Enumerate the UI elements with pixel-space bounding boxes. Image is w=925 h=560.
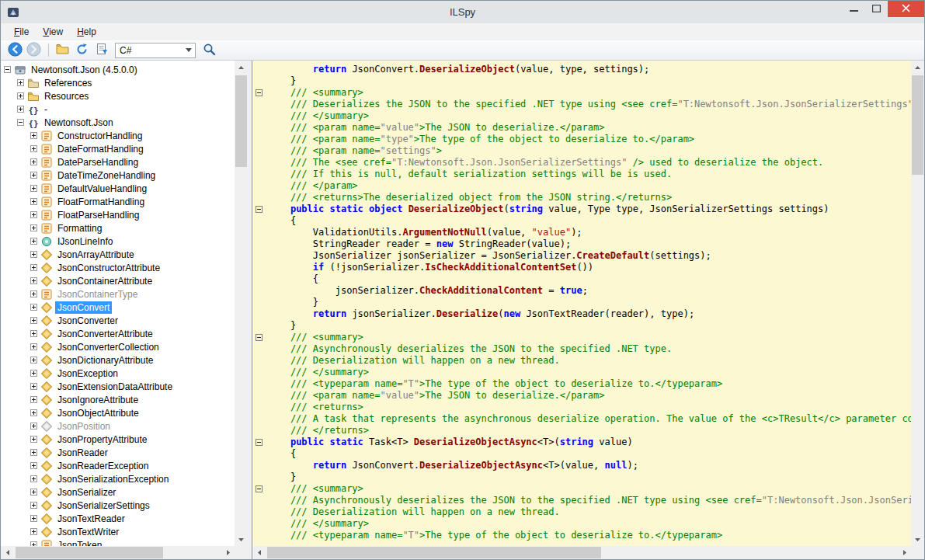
code-horizontal-scrollbar[interactable]: [252, 546, 911, 559]
expand-icon[interactable]: [30, 145, 37, 152]
scroll-left-icon[interactable]: [252, 546, 266, 559]
tree-item-resources[interactable]: Resources: [1, 89, 235, 103]
expand-icon[interactable]: [30, 317, 37, 324]
tree-item-references[interactable]: References: [1, 76, 235, 89]
tree-item-floatformathandling[interactable]: FloatFormatHandling: [1, 195, 235, 208]
expand-icon[interactable]: [30, 409, 37, 416]
tree-item-floatparsehandling[interactable]: FloatParseHandling: [1, 208, 235, 221]
minimize-button[interactable]: [843, 1, 865, 17]
refresh-button[interactable]: [72, 42, 92, 59]
tree-item-jsonconverterattribute[interactable]: JsonConverterAttribute: [1, 327, 235, 340]
expand-icon[interactable]: [30, 423, 37, 430]
scroll-up-icon[interactable]: [235, 61, 248, 74]
tree-item-jsonconstructorattribute[interactable]: JsonConstructorAttribute: [1, 261, 235, 274]
tree-item-jsontoken[interactable]: JsonToken: [1, 538, 235, 546]
tree-item-jsonconverter[interactable]: JsonConverter: [1, 314, 235, 327]
tree-item-formatting[interactable]: Formatting: [1, 221, 235, 235]
tree-item-jsontextwriter[interactable]: JsonTextWriter: [1, 525, 235, 538]
close-button[interactable]: [888, 1, 924, 17]
tree-item-jsondictionaryattribute[interactable]: JsonDictionaryAttribute: [1, 353, 235, 367]
tree-item-jsonconvertercollection[interactable]: JsonConverterCollection: [1, 340, 235, 353]
expand-icon[interactable]: [30, 330, 37, 337]
tree-item-jsonserializersettings[interactable]: JsonSerializerSettings: [1, 499, 235, 512]
fold-collapse-icon[interactable]: [256, 89, 263, 96]
expand-icon[interactable]: [30, 343, 37, 350]
tree-scroll-track[interactable]: [235, 74, 248, 533]
code-vertical-scrollbar[interactable]: [911, 61, 924, 546]
expand-icon[interactable]: [30, 515, 37, 522]
expand-icon[interactable]: [30, 502, 37, 509]
expand-icon[interactable]: [30, 528, 37, 535]
tree-item-jsonconvert[interactable]: JsonConvert: [1, 301, 235, 314]
tree-item-newtonsoft-json-4-5-0-0[interactable]: Newtonsoft.Json (4.5.0.0): [1, 63, 235, 76]
expand-icon[interactable]: [30, 264, 37, 271]
search-button[interactable]: [200, 42, 219, 59]
expand-icon[interactable]: [30, 198, 37, 205]
code-hscroll-track[interactable]: [266, 546, 898, 559]
maximize-button[interactable]: [865, 1, 888, 17]
expand-icon[interactable]: [30, 436, 37, 443]
fold-collapse-icon[interactable]: [256, 206, 263, 213]
expand-icon[interactable]: [30, 462, 37, 469]
tree-item-dateformathandling[interactable]: DateFormatHandling: [1, 142, 235, 155]
scroll-down-icon[interactable]: [235, 533, 248, 546]
expand-icon[interactable]: [30, 475, 37, 482]
back-button[interactable]: [7, 42, 23, 58]
expand-icon[interactable]: [30, 251, 37, 258]
expand-icon[interactable]: [30, 185, 37, 192]
collapse-icon[interactable]: [4, 66, 11, 73]
fold-collapse-icon[interactable]: [256, 334, 263, 341]
expand-icon[interactable]: [30, 277, 37, 284]
tree-item-jsonignoreattribute[interactable]: JsonIgnoreAttribute: [1, 393, 235, 406]
expand-icon[interactable]: [30, 158, 37, 165]
tree-item-jsoncontainerattribute[interactable]: JsonContainerAttribute: [1, 274, 235, 287]
scroll-right-icon[interactable]: [221, 546, 235, 559]
tree-item-jsonreaderexception[interactable]: JsonReaderException: [1, 459, 235, 472]
tree-item-namespace-dash[interactable]: {}-: [1, 103, 235, 116]
expand-icon[interactable]: [30, 370, 37, 377]
tree-scroll-thumb[interactable]: [235, 75, 247, 167]
expand-icon[interactable]: [17, 79, 24, 86]
tree-item-jsonposition[interactable]: JsonPosition: [1, 419, 235, 433]
tree-item-defaultvaluehandling[interactable]: DefaultValueHandling: [1, 182, 235, 195]
tree-item-newtonsoft-json[interactable]: {}Newtonsoft.Json: [1, 116, 235, 129]
expand-icon[interactable]: [30, 396, 37, 403]
scroll-left-icon[interactable]: [1, 546, 14, 559]
tree-item-jsontextreader[interactable]: JsonTextReader: [1, 512, 235, 525]
expand-icon[interactable]: [17, 106, 24, 113]
code-scroll-track[interactable]: [911, 74, 924, 533]
expand-icon[interactable]: [30, 383, 37, 390]
expand-icon[interactable]: [30, 357, 37, 363]
fold-collapse-icon[interactable]: [256, 439, 263, 446]
open-file-button[interactable]: [53, 42, 72, 59]
open-from-gac-button[interactable]: [92, 42, 111, 59]
tree-item-jsonexception[interactable]: JsonException: [1, 367, 235, 380]
expand-icon[interactable]: [30, 224, 37, 231]
title-bar[interactable]: ILSpy: [1, 1, 924, 23]
expand-icon[interactable]: [30, 449, 37, 456]
tree-item-ijsonlineinfo[interactable]: IJsonLineInfo: [1, 235, 235, 248]
tree-item-dateparsehandling[interactable]: DateParseHandling: [1, 155, 235, 169]
menu-file[interactable]: File: [7, 25, 36, 40]
code-view[interactable]: return JsonConvert.DeserializeObject(val…: [252, 61, 911, 546]
menu-help[interactable]: Help: [70, 25, 103, 40]
tree-item-jsonarrayattribute[interactable]: JsonArrayAttribute: [1, 248, 235, 261]
scroll-right-icon[interactable]: [898, 546, 911, 559]
tree-item-jsoncontainertype[interactable]: JsonContainerType: [1, 287, 235, 301]
tree-horizontal-scrollbar[interactable]: [1, 546, 235, 559]
tree-item-jsonobjectattribute[interactable]: JsonObjectAttribute: [1, 406, 235, 419]
expand-icon[interactable]: [17, 92, 24, 99]
fold-collapse-icon[interactable]: [256, 485, 263, 492]
language-select[interactable]: C#: [115, 43, 196, 58]
tree-item-jsonreader[interactable]: JsonReader: [1, 446, 235, 459]
tree-item-constructorhandling[interactable]: ConstructorHandling: [1, 129, 235, 142]
forward-button[interactable]: [26, 42, 42, 58]
expand-icon[interactable]: [30, 211, 37, 218]
collapse-icon[interactable]: [17, 119, 24, 126]
expand-icon[interactable]: [30, 132, 37, 139]
tree-vertical-scrollbar[interactable]: [235, 61, 248, 546]
expand-icon[interactable]: [30, 172, 37, 179]
scroll-up-icon[interactable]: [911, 61, 924, 74]
menu-view[interactable]: View: [36, 25, 70, 40]
expand-icon[interactable]: [30, 489, 37, 496]
